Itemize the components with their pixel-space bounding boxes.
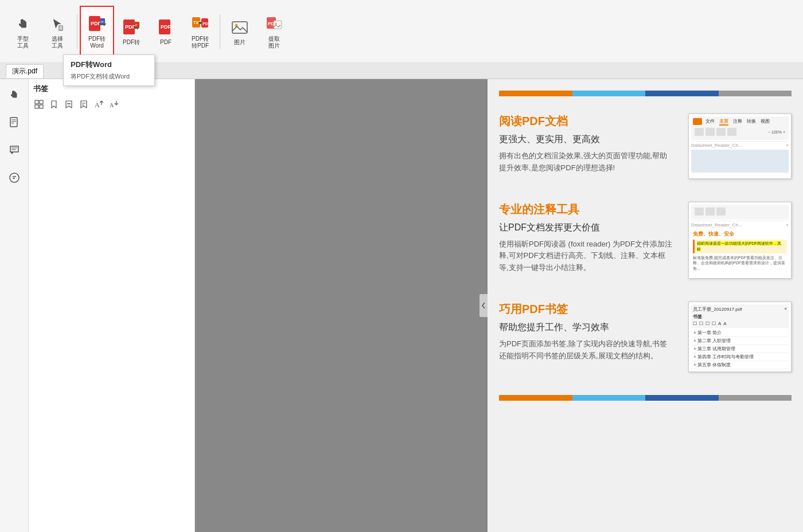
bookmark-font-up-icon[interactable]: A: [93, 99, 104, 110]
section-bookmark-thumbnail: 员工手册_20120917.pdf × 书签 ☐ ☐ ☐ ☐ A A: [688, 302, 792, 372]
thumb-annotate-close: ×: [786, 222, 789, 228]
pdf-to-word-icon: PDF W: [87, 14, 107, 34]
pdf-button[interactable]: PDF PDF: [149, 6, 183, 57]
thumb-bookmark-items: + 第一章 简介 + 第二章 入职管理 + 第三章 试用期管理 + 第四章 工作…: [691, 329, 789, 369]
thumb-bookmark-item-3: + 第四章 工作时间与考勤管理: [691, 353, 789, 361]
section-read-title: 阅读PDF文档: [499, 114, 673, 129]
svg-rect-23: [10, 118, 17, 127]
pdf-convert-button[interactable]: TXT PDF PDF转 转PDF: [183, 6, 217, 57]
sidebar-hand-icon[interactable]: [4, 85, 25, 105]
thumb-annotate-desc: 标准版免费,能完成基本的PDF查看功能及批注、注释。企业和政府机构的PDF查看需…: [693, 255, 787, 272]
section-annotate: 专业的注释工具 让PDF文档发挥更大价值 使用福昕PDF阅读器 (foxit r…: [499, 202, 792, 279]
sidebar-page-icon[interactable]: [4, 112, 25, 133]
section-bookmark-with-thumb: 巧用PDF书签 帮助您提升工作、学习效率 为PDF页面添加书签,除了实现内容的快…: [499, 302, 792, 372]
toolbar-divider-2: [220, 14, 220, 49]
pdf-to-word-label: PDF转 Word: [88, 36, 106, 49]
section-bookmark-text: 巧用PDF书签 帮助您提升工作、学习效率 为PDF页面添加书签,除了实现内容的快…: [499, 302, 673, 372]
file-tab[interactable]: 演示.pdf: [6, 64, 44, 78]
bookmark-remove-icon[interactable]: [63, 99, 75, 110]
pdf-to-word-button[interactable]: PDF W PDF转 Word: [80, 6, 114, 57]
section-annotate-title: 专业的注释工具: [499, 202, 673, 217]
thumb-menu-view: 视图: [761, 118, 770, 126]
color-bar-darkblue: [645, 91, 719, 96]
thumb-annotate-file-row: Datasheet_Reader_Ch... ×: [691, 221, 789, 228]
tooltip-description: 将PDF文档转成Word: [71, 72, 147, 81]
svg-rect-35: [40, 105, 43, 108]
select-tool-icon: [47, 14, 68, 34]
thumb-annotate-icon-2: [705, 208, 715, 216]
color-bar-bottom-blue: [572, 395, 646, 401]
thumb-menu-home: 主页: [719, 118, 728, 126]
thumb-file-name-row: Datasheet_Reader_Ch... ×: [691, 141, 789, 148]
hand-tool-icon: [13, 14, 33, 34]
thumb-bookmark-filename: 员工手册_20120917.pdf: [693, 306, 742, 312]
bookmark-add-icon[interactable]: [48, 99, 60, 110]
thumb-toolbar-icon-3: [716, 128, 726, 136]
pdf-to-ppt-button[interactable]: PDF P PDF转: [114, 6, 149, 57]
thumb-bk-icon-5: A: [718, 321, 721, 326]
svg-point-29: [10, 173, 19, 182]
sidebar-comment-icon[interactable]: [4, 167, 25, 188]
bookmark-panel: 书签: [29, 79, 195, 532]
hand-tool-button[interactable]: 手型 工具: [6, 6, 40, 57]
section-read-subtitle: 更强大、更实用、更高效: [499, 134, 673, 146]
thumb-annotate-icon-3: [716, 208, 726, 216]
thumb-toolbar-icon-1: [695, 128, 704, 136]
thumb-annotate-toolbar: [693, 206, 787, 217]
pdf-convert-label: PDF转 转PDF: [192, 36, 209, 49]
panel-collapse-handle[interactable]: [480, 294, 488, 317]
section-annotate-thumbnail: Datasheet_Reader_Ch... × 免费、快速、安全 福昕阅读器是…: [688, 202, 792, 279]
bookmark-prev-icon[interactable]: [78, 99, 89, 110]
bookmark-grid-icon[interactable]: [33, 99, 45, 110]
thumb-menu-file: 文件: [705, 118, 715, 126]
thumb-bk-icon-1: ☐: [693, 321, 697, 326]
section-bookmark-body: 为PDF页面添加书签,除了实现内容的快速导航,书签还能指明不同书签的层级关系,展…: [499, 338, 673, 362]
color-bar-bottom-gray: [719, 395, 792, 401]
thumb-bk-icon-4: ☐: [712, 321, 716, 326]
svg-text:W: W: [101, 20, 104, 24]
thumb-menu-convert: 转换: [747, 118, 756, 126]
thumb-bookmark-item-2: + 第三章 试用期管理: [691, 345, 789, 353]
thumb-close: ×: [786, 143, 789, 148]
thumb-zoom-in: +: [783, 130, 785, 134]
color-bar-bottom-darkblue: [645, 395, 719, 401]
thumb-bookmark-item-1: + 第二章 入职管理: [691, 337, 789, 345]
bookmark-font-down-icon[interactable]: A: [108, 99, 119, 110]
thumb-bk-icon-2: ☐: [699, 321, 703, 326]
pdf-label: PDF: [160, 39, 171, 46]
image-label: 图片: [234, 39, 245, 46]
thumb-highlight-text: 福昕阅读器是一款功能强大的PDF阅读软件，其标: [697, 241, 781, 251]
pdf-to-word-tooltip: PDF转Word 将PDF文档转成Word: [63, 54, 155, 86]
extract-image-label: 提取 图片: [268, 36, 280, 49]
thumb-zoom-out: −: [768, 130, 770, 134]
thumb-free-label: 免费、快速、安全: [693, 230, 787, 238]
section-annotate-body: 使用福昕PDF阅读器 (foxit reader) 为PDF文件添加注释,可对P…: [499, 238, 673, 274]
left-sidebar: [0, 79, 29, 532]
select-tool-button[interactable]: 选择 工具: [40, 6, 75, 57]
pdf-viewer-area: [195, 79, 488, 532]
section-read-pdf: 阅读PDF文档 更强大、更实用、更高效 拥有出色的文档渲染效果,强大的页面管理功…: [499, 114, 792, 179]
svg-text:PDF: PDF: [202, 22, 209, 26]
color-bar-bottom-orange: [499, 395, 572, 401]
sidebar-annotation-icon[interactable]: [4, 140, 25, 161]
thumb-toolbar-row-1: − 100% +: [693, 127, 787, 137]
svg-rect-32: [35, 100, 38, 104]
extract-image-icon: PDF: [264, 14, 284, 34]
thumb-logo: [693, 118, 702, 125]
thumb-bookmark-header: 员工手册_20120917.pdf × 书签 ☐ ☐ ☐ ☐ A A: [691, 304, 789, 328]
select-tool-label: 选择 工具: [52, 36, 63, 49]
main-area: 书签: [0, 79, 803, 532]
thumb-menu-annotate: 注释: [733, 118, 742, 126]
section-bookmark-title: 巧用PDF书签: [499, 302, 673, 317]
image-button[interactable]: 图片: [223, 6, 257, 57]
section-annotate-with-thumb: 专业的注释工具 让PDF文档发挥更大价值 使用福昕PDF阅读器 (foxit r…: [499, 202, 792, 279]
svg-rect-21: [274, 21, 282, 29]
extract-image-button[interactable]: PDF 提取 图片: [257, 6, 291, 57]
thumb-bk-icon-3: ☐: [705, 321, 710, 326]
color-bar-orange: [499, 91, 572, 96]
svg-rect-17: [232, 22, 247, 33]
toolbar-divider-1: [77, 14, 77, 49]
svg-text:A: A: [110, 102, 114, 108]
thumb-toolbar-icon-4: [727, 128, 736, 136]
svg-rect-34: [35, 105, 38, 108]
